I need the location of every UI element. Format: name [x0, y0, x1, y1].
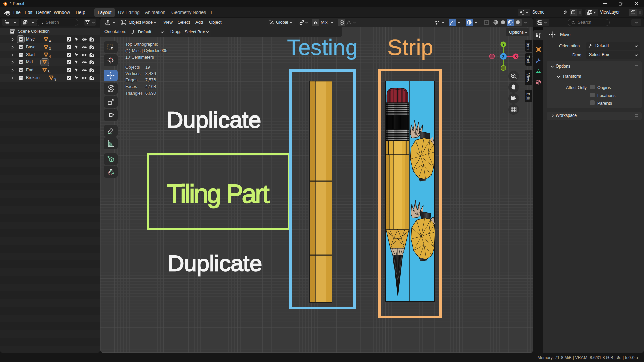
svg-text:Y: Y: [502, 43, 505, 46]
svg-text:Z: Z: [502, 55, 505, 59]
svg-text:X: X: [515, 55, 517, 58]
